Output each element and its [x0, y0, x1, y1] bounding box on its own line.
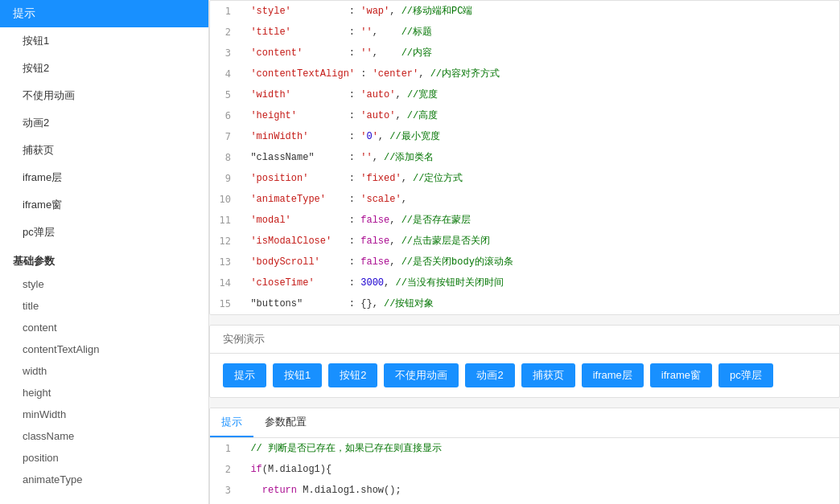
code-row: 13 'bodyScroll' : false, //是否关闭body的滚动条: [210, 252, 839, 272]
demo-button[interactable]: 不使用动画: [384, 363, 459, 387]
code-line-content: 'style' : 'wap', //移动端和PC端: [239, 1, 839, 22]
code-row: 6 'height' : 'auto', //高度: [210, 105, 839, 126]
code-row: 9 'position' : 'fixed', //定位方式: [210, 168, 839, 189]
sidebar-param-item[interactable]: contentTextAlign: [0, 338, 208, 360]
code-line-content: // 判断是否已存在，如果已存在则直接显示: [239, 438, 839, 459]
tab-item[interactable]: 提示: [210, 408, 253, 437]
code-line-content: if(M.dialog1){: [239, 459, 839, 480]
code-line-content: 'isModalClose' : false, //点击蒙层是否关闭: [239, 231, 839, 252]
code-row: 15 "buttons" : {}, //按钮对象: [210, 293, 839, 314]
line-number: 10: [210, 189, 239, 210]
line-number: 2: [210, 22, 239, 43]
demo-button[interactable]: 按钮2: [328, 363, 377, 387]
line-number: 15: [210, 293, 239, 314]
line-number: 4: [210, 64, 239, 84]
code-line-content: 'animateType' : 'scale',: [239, 189, 839, 210]
code-row: 7 'minWidth' : '0', //最小宽度: [210, 126, 839, 147]
sidebar-param-item[interactable]: width: [0, 360, 208, 382]
line-number: 5: [210, 84, 239, 105]
code-line-content: 'height' : 'auto', //高度: [239, 105, 839, 126]
code-line-content: 'contentTextAlign' : 'center', //内容对齐方式: [239, 64, 839, 84]
sidebar-param-item[interactable]: height: [0, 382, 208, 404]
code-line-content: 'content' : '', //内容: [239, 43, 839, 64]
line-number: 2: [210, 459, 239, 480]
line-number: 14: [210, 272, 239, 293]
code-line-content: return M.dialog1.show();: [239, 480, 839, 501]
line-number: 13: [210, 252, 239, 272]
demo-button[interactable]: 动画2: [465, 363, 514, 387]
line-number: 3: [210, 480, 239, 501]
sidebar-param-item[interactable]: position: [0, 447, 208, 469]
sidebar-param-item[interactable]: title: [0, 295, 208, 317]
code-row: 14 'closeTime' : 3000, //当没有按钮时关闭时间: [210, 272, 839, 293]
sidebar-item[interactable]: iframe窗: [0, 191, 208, 219]
code-line-content: 'title' : '', //标题: [239, 22, 839, 43]
code-line-content: 'bodyScroll' : false, //是否关闭body的滚动条: [239, 252, 839, 272]
line-number: 6: [210, 105, 239, 126]
line-number: 11: [210, 210, 239, 231]
code-row: 1 // 判断是否已存在，如果已存在则直接显示: [210, 438, 839, 459]
code-line-content: 'position' : 'fixed', //定位方式: [239, 168, 839, 189]
code-row: 1 'style' : 'wap', //移动端和PC端: [210, 1, 839, 22]
demo-button[interactable]: 按钮1: [273, 363, 322, 387]
demo-buttons-container: 提示按钮1按钮2不使用动画动画2捕获页iframe层iframe窗pc弹层: [210, 354, 839, 397]
code-line-content: "buttons" : {}, //按钮对象: [239, 293, 839, 314]
line-number: 7: [210, 126, 239, 147]
line-number: 12: [210, 231, 239, 252]
sidebar-section-header[interactable]: 提示: [0, 0, 208, 27]
sidebar-item[interactable]: 捕获页: [0, 137, 208, 164]
code-line-content: "className" : '', //添加类名: [239, 147, 839, 168]
code-row: 10 'animateType' : 'scale',: [210, 189, 839, 210]
tab-bar: 提示参数配置: [210, 408, 839, 438]
line-number: 9: [210, 168, 239, 189]
sidebar-item[interactable]: iframe层: [0, 164, 208, 191]
line-number: 8: [210, 147, 239, 168]
demo-button[interactable]: pc弹层: [719, 363, 773, 387]
code-row: 3 return M.dialog1.show();: [210, 480, 839, 501]
code-row: 4 }: [210, 501, 839, 504]
code-line-content: }: [239, 501, 839, 504]
line-number: 1: [210, 1, 239, 22]
code-line-content: 'closeTime' : 3000, //当没有按钮时关闭时间: [239, 272, 839, 293]
sidebar-param-item[interactable]: style: [0, 273, 208, 295]
top-code-block: 1 'style' : 'wap', //移动端和PC端 2 'title' :…: [209, 0, 840, 315]
demo-button[interactable]: 捕获页: [521, 363, 575, 387]
code-row: 4 'contentTextAlign' : 'center', //内容对齐方…: [210, 64, 839, 84]
sidebar: 提示 按钮1按钮2不使用动画动画2捕获页iframe层iframe窗pc弹层 基…: [0, 0, 209, 504]
demo-button[interactable]: iframe层: [582, 363, 644, 387]
demo-section: 实例演示 提示按钮1按钮2不使用动画动画2捕获页iframe层iframe窗pc…: [209, 325, 840, 398]
code-row: 8 "className" : '', //添加类名: [210, 147, 839, 168]
tabbed-code-block: 提示参数配置 1 // 判断是否已存在，如果已存在则直接显示 2 if(M.di…: [209, 408, 840, 504]
code-row: 12 'isModalClose' : false, //点击蒙层是否关闭: [210, 231, 839, 252]
code-row: 2 if(M.dialog1){: [210, 459, 839, 480]
code-line-content: 'minWidth' : '0', //最小宽度: [239, 126, 839, 147]
sidebar-item[interactable]: 按钮1: [0, 27, 208, 55]
sidebar-item[interactable]: 不使用动画: [0, 82, 208, 109]
code-row: 3 'content' : '', //内容: [210, 43, 839, 64]
sidebar-item[interactable]: 按钮2: [0, 55, 208, 82]
line-number: 1: [210, 438, 239, 459]
tab-item[interactable]: 参数配置: [253, 408, 318, 437]
sidebar-param-item[interactable]: className: [0, 425, 208, 447]
code-row: 2 'title' : '', //标题: [210, 22, 839, 43]
code-row: 11 'modal' : false, //是否存在蒙层: [210, 210, 839, 231]
demo-button[interactable]: 提示: [223, 363, 266, 387]
code-line-content: 'width' : 'auto', //宽度: [239, 84, 839, 105]
sidebar-params-section: 基础参数: [0, 246, 208, 273]
sidebar-item[interactable]: 动画2: [0, 109, 208, 137]
sidebar-item[interactable]: pc弹层: [0, 219, 208, 246]
line-number: 4: [210, 501, 239, 504]
sidebar-param-item[interactable]: animateType: [0, 469, 208, 490]
sidebar-param-item[interactable]: minWidth: [0, 404, 208, 425]
line-number: 3: [210, 43, 239, 64]
main-content: 1 'style' : 'wap', //移动端和PC端 2 'title' :…: [209, 0, 840, 504]
code-line-content: 'modal' : false, //是否存在蒙层: [239, 210, 839, 231]
sidebar-param-item[interactable]: content: [0, 317, 208, 338]
code-row: 5 'width' : 'auto', //宽度: [210, 84, 839, 105]
demo-section-title: 实例演示: [210, 326, 839, 354]
demo-button[interactable]: iframe窗: [650, 363, 712, 387]
